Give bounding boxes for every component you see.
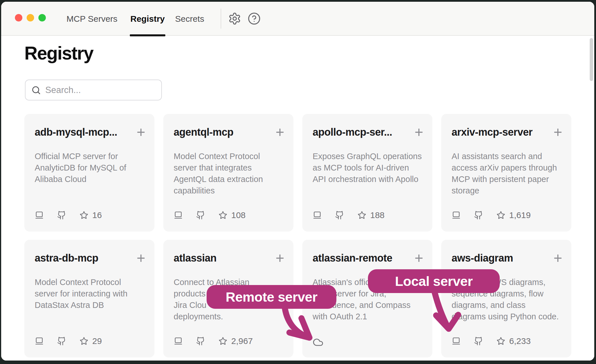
description-line: AI assistants search and — [452, 151, 561, 162]
server-grid: adb-mysql-mcp... + Official MCP server f… — [24, 114, 571, 357]
search-icon — [31, 85, 41, 95]
remote-server-callout: Remote server — [207, 285, 336, 309]
star-count: 1,619 — [509, 210, 531, 220]
server-name: arxiv-mcp-server — [452, 126, 532, 138]
add-server-button[interactable]: + — [415, 125, 423, 139]
laptop-icon — [174, 211, 183, 220]
star-count: 29 — [92, 336, 102, 346]
app-root: MCP Servers Registry Secrets Registry — [0, 0, 596, 364]
github-icon — [196, 337, 205, 346]
close-button[interactable] — [15, 14, 22, 21]
star-count: 2,967 — [231, 336, 253, 346]
server-stats — [313, 337, 422, 346]
description-line: diagrams using Python code. — [452, 311, 561, 322]
server-card-agentql[interactable]: agentql-mcp + Model Context Protocol ser… — [163, 114, 293, 232]
github-icon — [474, 211, 483, 220]
server-stats: 188 — [313, 210, 422, 220]
description-line: Exposes GraphQL operations — [313, 151, 422, 162]
description-line: MCP with persistent paper — [452, 173, 561, 185]
page-title: Registry — [24, 43, 93, 64]
star-count: 6,233 — [509, 336, 531, 346]
description-line: API orchestration with Apollo — [313, 173, 422, 185]
zoom-button[interactable] — [38, 14, 46, 21]
server-card-aws-diagram[interactable]: aws-diagram + Generate AWS diagrams, seq… — [441, 240, 571, 357]
search-input[interactable] — [45, 85, 160, 95]
add-server-button[interactable]: + — [137, 251, 145, 265]
tab-registry[interactable]: Registry — [130, 2, 165, 36]
star-count: 108 — [231, 210, 246, 220]
server-description: Model Context Protocol server for intera… — [35, 276, 144, 311]
add-server-button[interactable]: + — [415, 251, 423, 265]
server-stats: 2,967 — [174, 336, 283, 346]
server-name: atlassian-remote — [313, 252, 392, 264]
add-server-button[interactable]: + — [554, 125, 562, 139]
add-server-button[interactable]: + — [276, 125, 284, 139]
server-stats: 108 — [174, 210, 283, 220]
server-stats: 16 — [35, 210, 144, 220]
laptop-icon — [452, 211, 461, 220]
description-line: AnalyticDB for MySQL of — [35, 162, 144, 173]
server-name: aws-diagram — [452, 252, 513, 264]
github-icon — [335, 211, 344, 220]
add-server-button[interactable]: + — [137, 125, 145, 139]
scrollbar-thumb[interactable] — [590, 38, 593, 81]
search-box[interactable] — [25, 80, 162, 100]
server-stats: 29 — [35, 336, 144, 346]
github-icon — [57, 337, 66, 346]
server-card-astra-db[interactable]: astra-db-mcp + Model Context Protocol se… — [24, 240, 154, 357]
description-line: server for interacting with — [35, 288, 144, 299]
star-icon — [79, 337, 89, 346]
server-card-adb-mysql[interactable]: adb-mysql-mcp... + Official MCP server f… — [24, 114, 154, 232]
description-line: storage — [452, 185, 561, 196]
main-content: Registry adb-mysql-mcp... + Official MCP… — [1, 36, 594, 361]
description-line: as MCP tools for AI-driven — [313, 162, 422, 173]
server-name: atlassian — [174, 252, 217, 264]
star-icon — [79, 211, 89, 220]
description-line: Model Context Protocol — [174, 151, 283, 162]
server-description: Exposes GraphQL operations as MCP tools … — [313, 151, 422, 185]
help-icon[interactable] — [248, 12, 261, 25]
server-name: astra-db-mcp — [35, 252, 98, 264]
server-name: agentql-mcp — [174, 126, 234, 138]
tab-secrets[interactable]: Secrets — [175, 2, 204, 36]
github-icon — [196, 211, 205, 220]
star-count: 16 — [92, 210, 102, 220]
description-line: Alibaba Cloud — [35, 173, 144, 185]
server-description: Official MCP server for AnalyticDB for M… — [35, 151, 144, 185]
server-description: AI assistants search and access arXiv pa… — [452, 151, 561, 196]
description-line: diagrams, and class — [452, 299, 561, 311]
server-card-apollo[interactable]: apollo-mcp-ser... + Exposes GraphQL oper… — [302, 114, 432, 232]
description-line: with OAuth 2.1 — [313, 311, 422, 322]
server-name: adb-mysql-mcp... — [35, 126, 117, 138]
description-line: AgentQL data extraction — [174, 173, 283, 185]
local-server-callout: Local server — [368, 269, 500, 293]
star-icon — [357, 211, 366, 220]
server-stats: 6,233 — [452, 336, 561, 346]
description-line: Official MCP server for — [35, 151, 144, 162]
github-icon — [474, 337, 483, 346]
header-divider — [221, 9, 221, 29]
description-line: DataStax Astra DB — [35, 299, 144, 311]
laptop-icon — [35, 337, 44, 346]
server-name: apollo-mcp-ser... — [313, 126, 392, 138]
cloud-icon — [313, 337, 324, 348]
add-server-button[interactable]: + — [554, 251, 562, 265]
titlebar: MCP Servers Registry Secrets — [1, 2, 594, 36]
description-line: capabilities — [174, 185, 283, 196]
add-server-button[interactable]: + — [276, 251, 284, 265]
laptop-icon — [35, 211, 44, 220]
star-icon — [218, 211, 228, 220]
tab-mcp-servers[interactable]: MCP Servers — [66, 2, 117, 36]
star-count: 188 — [370, 210, 385, 220]
minimize-button[interactable] — [27, 14, 34, 21]
server-card-arxiv[interactable]: arxiv-mcp-server + AI assistants search … — [441, 114, 571, 232]
star-icon — [496, 337, 505, 346]
star-icon — [496, 211, 505, 220]
server-description: Model Context Protocol server that integ… — [174, 151, 283, 196]
description-line: Model Context Protocol — [35, 276, 144, 288]
laptop-icon — [174, 337, 183, 346]
description-line: server that integrates — [174, 162, 283, 173]
star-icon — [218, 337, 228, 346]
laptop-icon — [452, 337, 461, 346]
gear-icon[interactable] — [228, 12, 241, 25]
